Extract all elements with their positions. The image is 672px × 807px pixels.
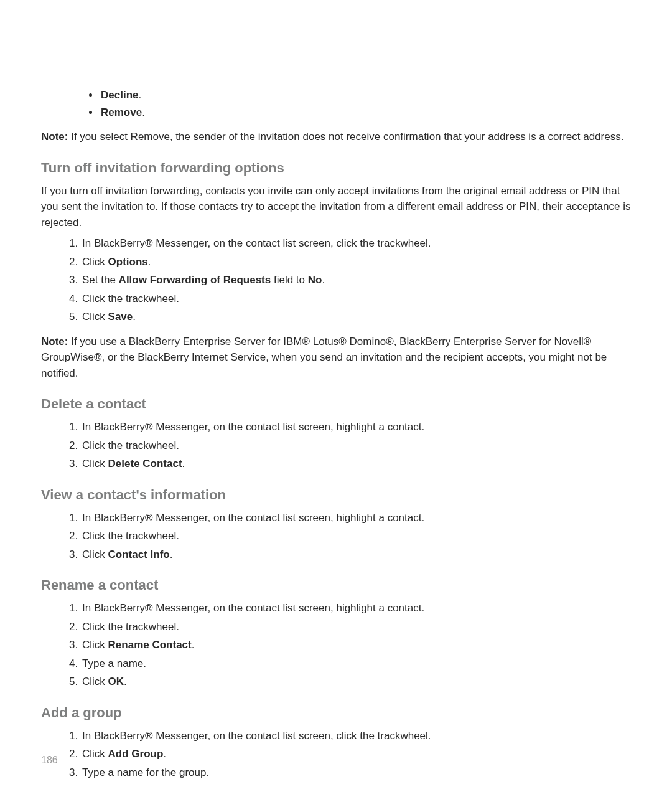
strong-text: Options [108, 256, 148, 268]
note-block: Note: If you select Remove, the sender o… [41, 129, 631, 145]
strong-text: Delete Contact [108, 458, 182, 470]
step-item: In BlackBerry® Messenger, on the contact… [81, 419, 631, 435]
section-intro-forwarding: If you turn off invitation forwarding, c… [41, 183, 631, 231]
step-item: In BlackBerry® Messenger, on the contact… [81, 235, 631, 252]
note-block-forwarding: Note: If you use a BlackBerry Enterprise… [41, 334, 631, 382]
section-title-forwarding: Turn off invitation forwarding options [41, 158, 631, 178]
strong-text: Contact Info [108, 549, 170, 560]
step-item: In BlackBerry® Messenger, on the contact… [81, 510, 631, 526]
steps-delete: In BlackBerry® Messenger, on the contact… [41, 419, 631, 472]
steps-forwarding: In BlackBerry® Messenger, on the contact… [41, 235, 631, 325]
section-title-addgroup: Add a group [41, 702, 631, 723]
section-title-view: View a contact's information [41, 484, 631, 505]
strong-text: Add Group [108, 748, 164, 760]
section-title-rename: Rename a contact [41, 575, 631, 595]
step-item: Click Delete Contact. [81, 456, 631, 472]
bullet-remove: Remove [101, 106, 142, 118]
step-item: Type a name. [81, 656, 631, 672]
steps-rename: In BlackBerry® Messenger, on the contact… [41, 600, 631, 690]
page-content: Decline. Remove. Note: If you select Rem… [0, 0, 672, 780]
step-item: Click OK. [81, 674, 631, 690]
strong-text: No [308, 274, 322, 286]
bullet-decline: Decline [101, 89, 138, 101]
note-text: If you use a BlackBerry Enterprise Serve… [41, 336, 607, 379]
note-label: Note: [41, 131, 68, 143]
step-item: Click the trackwheel. [81, 438, 631, 454]
page-number: 186 [41, 755, 58, 766]
step-item: In BlackBerry® Messenger, on the contact… [81, 600, 631, 616]
list-item: Decline. [100, 87, 631, 103]
top-bullet-list: Decline. Remove. [41, 87, 631, 120]
step-item: Click Contact Info. [81, 547, 631, 563]
strong-text: Allow Forwarding of Requests [119, 274, 271, 286]
step-item: Click Add Group. [81, 746, 631, 762]
step-item: Click Save. [81, 309, 631, 325]
step-item: Click Rename Contact. [81, 637, 631, 653]
step-item: Click Options. [81, 254, 631, 270]
strong-text: Rename Contact [108, 639, 192, 651]
step-item: Type a name for the group. [81, 765, 631, 781]
step-item: In BlackBerry® Messenger, on the contact… [81, 728, 631, 744]
step-item: Click the trackwheel. [81, 528, 631, 544]
step-item: Click the trackwheel. [81, 619, 631, 635]
note-label: Note: [41, 336, 68, 347]
strong-text: Save [108, 311, 133, 323]
steps-view: In BlackBerry® Messenger, on the contact… [41, 510, 631, 563]
steps-addgroup: In BlackBerry® Messenger, on the contact… [41, 728, 631, 781]
list-item: Remove. [100, 105, 631, 121]
note-text: If you select Remove, the sender of the … [68, 131, 623, 143]
step-item: Set the Allow Forwarding of Requests fie… [81, 272, 631, 288]
section-title-delete: Delete a contact [41, 394, 631, 414]
step-item: Click the trackwheel. [81, 291, 631, 307]
strong-text: OK [108, 676, 124, 687]
